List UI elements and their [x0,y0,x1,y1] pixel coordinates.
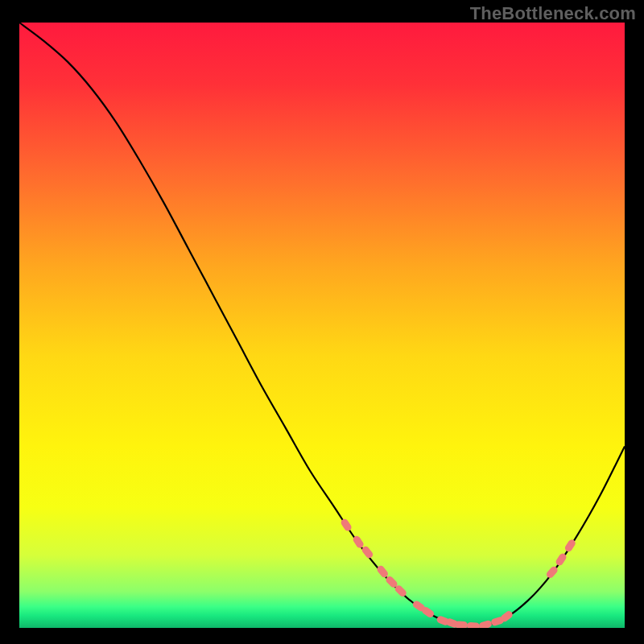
chart-svg [19,23,625,628]
watermark-label: TheBottleneck.com [470,3,636,24]
chart-stage: TheBottleneck.com [0,0,644,644]
plot-area [19,23,625,628]
